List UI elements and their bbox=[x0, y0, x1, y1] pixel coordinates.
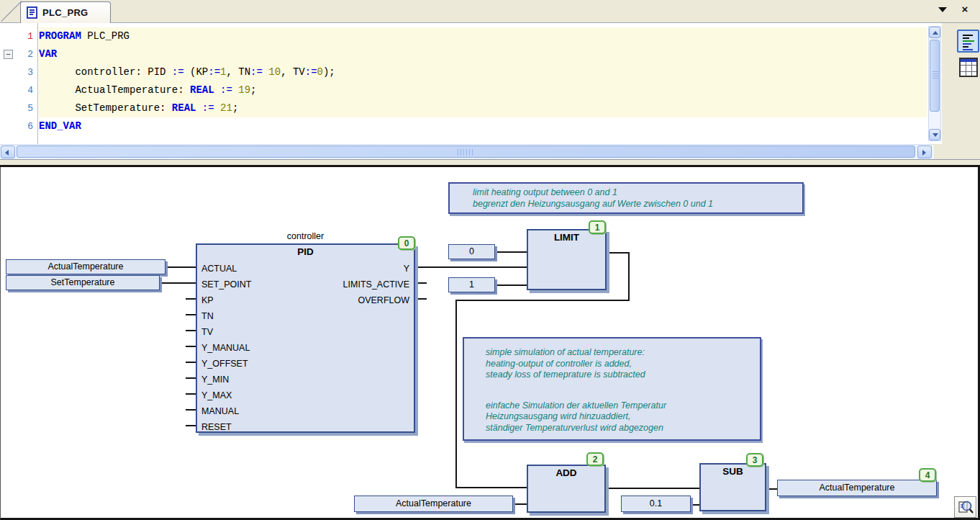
comment-line: Heizungsausgang wird hinzuaddiert, bbox=[486, 411, 760, 423]
wire-segment bbox=[186, 425, 196, 426]
pid-block-title: PID bbox=[197, 246, 414, 257]
code-line[interactable]: SetTemperature: REAL := 21; bbox=[39, 99, 927, 117]
wire-segment bbox=[455, 300, 630, 301]
wire-segment bbox=[186, 346, 196, 347]
comment-line: simple simulation of actual temperature: bbox=[486, 347, 760, 359]
pid-input-y-max: Y_MAX bbox=[201, 390, 232, 401]
code-segment: := bbox=[172, 66, 184, 78]
wire-segment bbox=[415, 266, 527, 268]
sub-block[interactable]: SUB bbox=[699, 463, 766, 511]
code-line[interactable]: ActualTemperature: REAL := 19; bbox=[39, 81, 927, 99]
code-segment: controller: PID bbox=[39, 66, 172, 78]
scroll-up-icon bbox=[933, 31, 938, 35]
input-box-actual-temperature[interactable]: ActualTemperature bbox=[6, 259, 165, 274]
code-segment: END_VAR bbox=[39, 120, 81, 132]
line-number: 3 bbox=[0, 63, 33, 81]
wire-segment bbox=[607, 252, 630, 254]
tab-bar-diagonal bbox=[1, 1, 22, 22]
output-box-actual-temperature[interactable]: ActualTemperature bbox=[777, 480, 937, 496]
code-segment: := bbox=[208, 66, 220, 78]
vertical-scrollbar-thumb[interactable] bbox=[930, 40, 940, 112]
wire-segment bbox=[186, 330, 196, 331]
code-segment bbox=[214, 102, 220, 114]
tab-plc-prg[interactable]: PLC_PRG bbox=[20, 1, 111, 23]
declaration-tableview-button[interactable] bbox=[959, 58, 978, 77]
code-segment: := bbox=[220, 84, 232, 96]
wire-segment bbox=[186, 409, 196, 411]
pid-input-tv: TV bbox=[201, 326, 213, 338]
input-box-set-temperature[interactable]: SetTemperature bbox=[6, 275, 160, 290]
add-block[interactable]: ADD bbox=[527, 465, 606, 513]
code-line[interactable]: PROGRAM PLC_PRG bbox=[39, 27, 927, 45]
execution-order-badge: 4 bbox=[919, 468, 936, 482]
comment-line: heating-output of controller is added, bbox=[486, 359, 760, 370]
comment-box-simulation[interactable]: simple simulation of actual temperature:… bbox=[463, 337, 761, 441]
code-segment: 0 bbox=[317, 66, 323, 78]
tab-bar: PLC_PRG × bbox=[0, 0, 980, 23]
scroll-up-button[interactable] bbox=[929, 27, 940, 38]
horizontal-scrollbar[interactable] bbox=[0, 144, 934, 159]
input-box-actual-temperature-2[interactable]: ActualTemperature bbox=[354, 496, 513, 512]
thumb-grip bbox=[933, 71, 940, 80]
vertical-scrollbar[interactable] bbox=[928, 26, 941, 141]
pid-input-tn: TN bbox=[201, 310, 214, 322]
scroll-down-button[interactable] bbox=[929, 129, 940, 140]
wire-segment bbox=[495, 284, 527, 286]
comment-box-limit[interactable]: limit heating output between 0 and 1 beg… bbox=[448, 182, 804, 214]
pid-input-manual: MANUAL bbox=[201, 405, 239, 417]
close-icon: × bbox=[962, 3, 968, 15]
wire-segment bbox=[691, 504, 699, 506]
scroll-left-icon bbox=[5, 150, 9, 156]
code-segment: PROGRAM bbox=[39, 30, 81, 42]
close-button[interactable]: × bbox=[957, 3, 973, 16]
limit-block[interactable]: LIMIT bbox=[527, 229, 607, 290]
wire-segment bbox=[513, 503, 527, 505]
textview-icon bbox=[963, 35, 973, 36]
code-segment: := bbox=[250, 66, 268, 78]
pou-document-icon bbox=[27, 6, 37, 19]
scroll-right-icon bbox=[922, 150, 926, 156]
horizontal-scrollbar-thumb[interactable] bbox=[17, 145, 915, 158]
declaration-textview-button[interactable] bbox=[957, 30, 979, 53]
code-line[interactable]: END_VAR bbox=[39, 117, 927, 135]
comment-line: limit heating output between 0 and 1 bbox=[473, 187, 802, 199]
execution-order-badge: 0 bbox=[398, 236, 415, 250]
code-segment bbox=[214, 84, 220, 96]
comment-line: einfache Simulation der aktuellen Temper… bbox=[486, 400, 760, 412]
pid-output-limits-active: LIMITS_ACTIVE bbox=[343, 279, 409, 290]
scroll-left-button[interactable] bbox=[1, 145, 15, 158]
line-number: 1 bbox=[0, 27, 33, 45]
code-segment: ActualTemperature: bbox=[39, 84, 190, 96]
code-segment: 19 bbox=[238, 84, 250, 96]
code-segment: , TV bbox=[281, 66, 305, 78]
fold-toggle[interactable]: − bbox=[4, 50, 13, 59]
pid-block[interactable]: PID ACTUAL SET_POINT KP TN TV Y_MANUAL Y… bbox=[196, 243, 415, 433]
code-segment: VAR bbox=[39, 48, 57, 60]
wire-segment bbox=[495, 251, 527, 253]
constant-box-zero[interactable]: 0 bbox=[448, 244, 495, 259]
wire-segment bbox=[165, 266, 196, 268]
code-segment: ); bbox=[323, 66, 335, 78]
constant-box-one[interactable]: 1 bbox=[448, 277, 495, 292]
line-number: 4 bbox=[0, 81, 33, 99]
pane-splitter[interactable] bbox=[0, 159, 980, 165]
sub-block-title: SUB bbox=[701, 466, 765, 477]
execution-order-badge: 3 bbox=[746, 453, 763, 467]
cfc-zoom-button[interactable] bbox=[954, 496, 976, 518]
tab-list-dropdown-icon[interactable] bbox=[938, 7, 947, 12]
code-segment: SetTemperature: bbox=[39, 102, 172, 114]
scroll-right-button[interactable] bbox=[917, 145, 932, 158]
pid-input-actual: ACTUAL bbox=[201, 263, 237, 274]
pid-output-y: Y bbox=[404, 263, 409, 274]
constant-box-loss[interactable]: 0.1 bbox=[621, 496, 691, 512]
code-segment: , TN bbox=[226, 66, 250, 78]
code-segment: := bbox=[202, 102, 214, 114]
pid-input-reset: RESET bbox=[201, 421, 232, 433]
wire-segment bbox=[415, 298, 427, 300]
pid-output-overflow: OVERFLOW bbox=[358, 295, 409, 306]
tab-title: PLC_PRG bbox=[42, 7, 89, 18]
code-line[interactable]: controller: PID := (KP:=1, TN:= 10, TV:=… bbox=[39, 63, 927, 81]
code-segment: PLC_PRG bbox=[81, 30, 130, 42]
code-segment: ; bbox=[250, 84, 256, 96]
code-line[interactable]: VAR bbox=[39, 45, 927, 63]
